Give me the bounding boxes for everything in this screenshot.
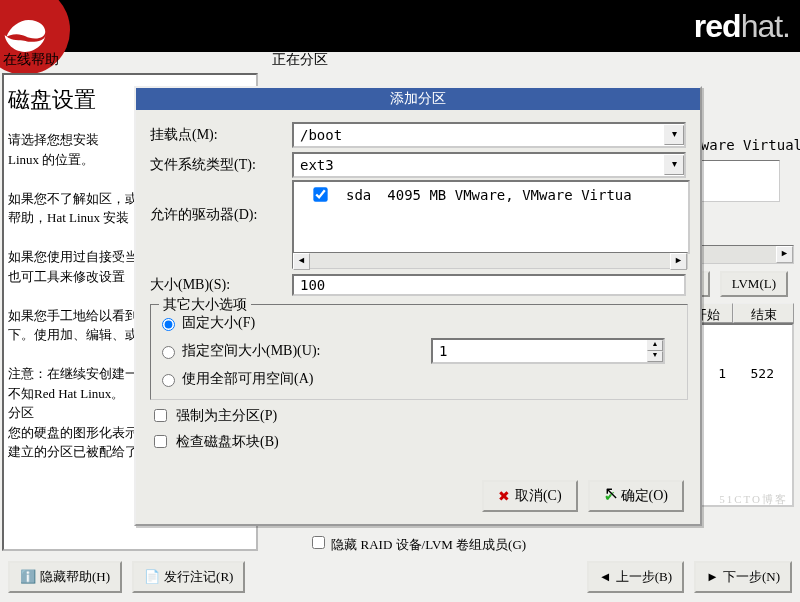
help-pane-label: 在线帮助 [3,51,59,69]
check-badblocks-checkbox-row[interactable]: 检查磁盘坏块(B) [150,432,279,451]
hide-raid-checkbox[interactable] [312,536,325,549]
spin-down-icon[interactable]: ▼ [647,351,663,362]
cancel-icon: ✖ [498,488,510,505]
ok-button[interactable]: ✔ 确定(O) [588,480,684,512]
watermark: 51CTO博客 [719,492,788,507]
back-button[interactable]: ◄ 上一步(B) [587,561,684,593]
release-notes-button[interactable]: 📄 发行注记(R) [132,561,245,593]
arrow-right-icon: ► [706,569,719,585]
toolbar-button-lvm[interactable]: LVM(L) [720,271,788,297]
pane-labels: 在线帮助 正在分区 [0,51,800,71]
info-icon: ℹ️ [20,569,36,585]
spin-up-icon[interactable]: ▲ [647,340,663,351]
size-input[interactable] [292,274,686,296]
ok-icon: ✔ [604,488,616,505]
hide-raid-checkbox-row[interactable]: 隐藏 RAID 设备/LVM 卷组成员(G) [308,533,526,554]
add-partition-dialog: 添加分区 挂载点(M): /boot ▾ 文件系统类型(T): ext3 ▾ 允… [134,86,702,526]
mount-point-value: /boot [294,127,664,143]
radio-fill-up-to[interactable]: 指定空间大小(MB)(U): 1 ▲▼ [151,335,687,367]
hide-help-button[interactable]: ℹ️ 隐藏帮助(H) [8,561,122,593]
scroll-right-icon[interactable]: ► [776,246,793,263]
drive-preview-box [694,160,780,202]
arrow-left-icon: ◄ [599,569,612,585]
scroll-left-icon[interactable]: ◄ [293,253,310,270]
drives-scrollbar[interactable]: ◄ ► [292,252,688,269]
mount-point-combo[interactable]: /boot ▾ [292,122,686,148]
fill-up-to-spinbox[interactable]: 1 ▲▼ [431,338,665,364]
allowable-drives-list[interactable]: sda 4095 MB VMware, VMware Virtua [292,180,690,254]
redhat-wordmark: redhat. [694,8,790,45]
drive-name: sda [346,187,371,203]
mount-point-label: 挂载点(M): [150,126,292,144]
cancel-button[interactable]: ✖ 取消(C) [482,480,578,512]
fs-type-combo[interactable]: ext3 ▾ [292,152,686,178]
force-primary-checkbox[interactable] [154,409,167,422]
size-options-title: 其它大小选项 [159,296,251,314]
scroll-right-icon[interactable]: ► [670,253,687,270]
drive-sda-checkbox[interactable] [313,187,327,201]
document-icon: 📄 [144,569,160,585]
size-options-group: 其它大小选项 固定大小(F) 指定空间大小(MB)(U): 1 ▲▼ 使用全部可… [150,304,688,400]
hide-raid-label: 隐藏 RAID 设备/LVM 卷组成员(G) [331,537,526,552]
radio-fixed-size[interactable]: 固定大小(F) [151,311,687,335]
next-button[interactable]: ► 下一步(N) [694,561,792,593]
size-label: 大小(MB)(S): [150,276,292,294]
drive-desc: 4095 MB VMware, VMware Virtua [387,187,631,203]
chevron-down-icon[interactable]: ▾ [664,155,684,175]
force-primary-checkbox-row[interactable]: 强制为主分区(P) [150,406,277,425]
top-brand-bar: redhat. [0,0,800,52]
dialog-title: 添加分区 [136,88,700,110]
fs-type-value: ext3 [294,157,664,173]
radio-fill-all[interactable]: 使用全部可用空间(A) [151,367,687,391]
partition-pane-label: 正在分区 [272,51,328,69]
drives-label: 允许的驱动器(D): [150,206,292,224]
chevron-down-icon[interactable]: ▾ [664,125,684,145]
wizard-bottom-bar: ℹ️ 隐藏帮助(H) 📄 发行注记(R) ◄ 上一步(B) ► 下一步(N) [0,554,800,600]
col-end[interactable]: 结束 [733,303,794,323]
fs-type-label: 文件系统类型(T): [150,156,292,174]
drive-row-sda[interactable]: sda 4095 MB VMware, VMware Virtua [294,182,688,207]
check-badblocks-checkbox[interactable] [154,435,167,448]
